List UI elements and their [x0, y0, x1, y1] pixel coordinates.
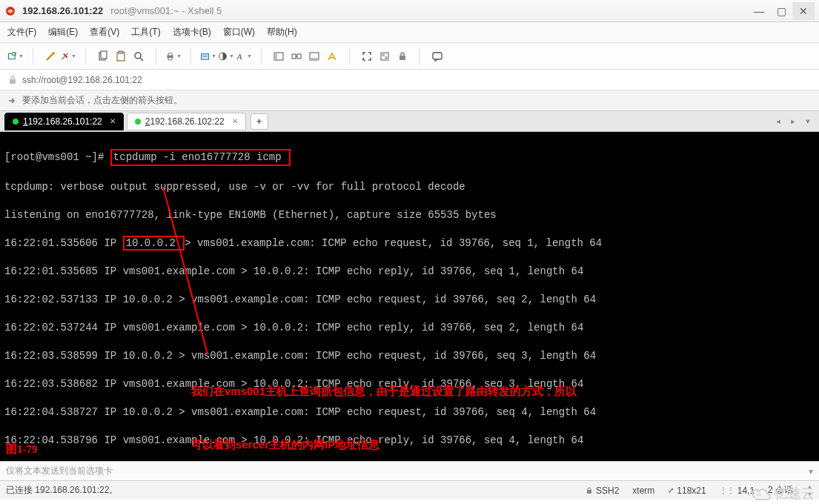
menu-help[interactable]: 帮助(H)	[267, 26, 297, 39]
reconnect-button[interactable]	[42, 48, 59, 64]
tab-1-number: 1	[23, 116, 28, 127]
svg-rect-18	[297, 54, 301, 59]
menu-file[interactable]: 文件(F)	[7, 26, 36, 39]
menu-window[interactable]: 窗口(W)	[223, 26, 255, 39]
svg-text:A: A	[236, 53, 242, 61]
tab-2-label: 192.168.26.102:22	[150, 116, 224, 127]
addressbar[interactable]: ssh://root@192.168.26.101:22	[0, 70, 819, 90]
svg-rect-5	[101, 51, 107, 59]
transparency-button[interactable]	[377, 48, 393, 64]
tab-scroll-right[interactable]: ►	[786, 115, 800, 128]
tab-scroll-left[interactable]: ◄	[772, 115, 785, 128]
session-tabbar: 1 192.168.26.101:22 ✕ 2 192.168.26.102:2…	[0, 111, 819, 132]
help-button[interactable]	[429, 48, 445, 64]
address-text: ssh://root@192.168.26.101:22	[22, 75, 142, 85]
close-button[interactable]: ✕	[792, 2, 815, 20]
svg-rect-6	[117, 53, 125, 61]
tab-2-number: 2	[145, 116, 150, 127]
svg-point-8	[135, 53, 141, 59]
statusbar: 已连接 192.168.26.101:22。 SSH2 xterm ⤢118x2…	[0, 480, 819, 500]
print-button[interactable]: ▼	[165, 48, 182, 64]
svg-rect-22	[381, 53, 385, 56]
tab-1-label: 192.168.26.101:22	[28, 116, 102, 127]
app-icon	[4, 5, 16, 17]
fullscreen-button[interactable]	[359, 48, 375, 64]
svg-line-27	[163, 187, 208, 354]
sendbar-text: 仅将文本发送到当前选项卡	[6, 465, 113, 477]
toolbar: ▼ ▼ ▼ ▼ ▼ A▼	[0, 43, 819, 70]
compose-button[interactable]	[306, 48, 322, 64]
font-button[interactable]: A▼	[236, 48, 252, 64]
tab-close-icon[interactable]: ✕	[110, 117, 116, 125]
sessions-panel-button[interactable]	[271, 48, 287, 64]
session-tab-1[interactable]: 1 192.168.26.101:22 ✕	[4, 113, 124, 130]
lock-small-icon	[586, 487, 593, 494]
window-subtitle: root@vms001:~ - Xshell 5	[110, 5, 222, 16]
compose-sendbar[interactable]: 仅将文本发送到当前选项卡 ▾	[0, 461, 819, 480]
annotation-line-1: 我们在vms001主机上查询抓包信息，由于是通过设置了路由转发的方式，所以	[191, 382, 577, 400]
svg-rect-11	[168, 57, 172, 59]
window-title: 192.168.26.101:22	[22, 5, 103, 16]
watermark: ∞ 亿速云	[751, 485, 815, 503]
status-ssh: SSH2	[586, 485, 619, 496]
terminal-area[interactable]: [root@vms001 ~]# tcpdump -i eno16777728 …	[0, 132, 819, 461]
svg-point-3	[52, 52, 55, 55]
session-tab-2[interactable]: 2 192.168.26.102:22 ✕	[127, 113, 246, 130]
tab-close-icon[interactable]: ✕	[232, 117, 238, 125]
hint-text: 要添加当前会话，点击左侧的箭头按钮。	[22, 94, 182, 107]
svg-rect-24	[399, 56, 405, 60]
tunneling-button[interactable]	[288, 48, 305, 64]
status-cursor: ⋮⋮14,1	[720, 485, 755, 496]
svg-rect-16	[274, 53, 277, 60]
arrow-icon[interactable]	[7, 96, 18, 106]
tab-add-button[interactable]: +	[251, 113, 268, 130]
svg-rect-25	[433, 53, 442, 59]
paste-button[interactable]	[113, 48, 129, 64]
window-controls: — ▢ ✕	[748, 2, 815, 20]
menu-view[interactable]: 查看(V)	[90, 26, 119, 39]
figure-label: 图1-79	[6, 442, 38, 457]
highlight-button[interactable]	[324, 48, 340, 64]
status-dot-icon	[135, 119, 141, 125]
svg-rect-26	[10, 79, 16, 84]
svg-rect-17	[292, 54, 296, 59]
annotation-line-2: 可以看到sercer主机的内网IP地址信息	[191, 436, 577, 454]
properties-button[interactable]: ▼	[200, 48, 216, 64]
svg-rect-10	[168, 53, 172, 55]
svg-rect-7	[119, 51, 123, 53]
menu-tools[interactable]: 工具(T)	[131, 26, 160, 39]
status-connection: 已连接 192.168.26.101:22。	[6, 484, 118, 497]
lock-button[interactable]	[394, 48, 411, 64]
svg-text:∞: ∞	[757, 491, 761, 498]
hintbar: 要添加当前会话，点击左侧的箭头按钮。	[0, 90, 819, 111]
color-scheme-button[interactable]: ▼	[218, 48, 234, 64]
status-size: ⤢118x21	[668, 485, 706, 496]
menubar: 文件(F) 编辑(E) 查看(V) 工具(T) 选项卡(B) 窗口(W) 帮助(…	[0, 22, 819, 43]
status-dot-icon	[13, 119, 19, 125]
maximize-button[interactable]: ▢	[770, 2, 792, 20]
svg-rect-20	[310, 58, 319, 60]
disconnect-button[interactable]: ▼	[60, 48, 76, 64]
status-term-type: xterm	[632, 485, 654, 496]
watermark-text: 亿速云	[775, 485, 815, 503]
annotation-text: 我们在vms001主机上查询抓包信息，由于是通过设置了路由转发的方式，所以 可以…	[191, 347, 577, 461]
tab-dropdown[interactable]: ▼	[801, 115, 815, 128]
menu-tabs[interactable]: 选项卡(B)	[173, 26, 211, 39]
lock-icon	[7, 75, 18, 85]
menu-edit[interactable]: 编辑(E)	[48, 26, 78, 39]
find-button[interactable]	[130, 48, 147, 64]
copy-button[interactable]	[95, 48, 111, 64]
sendbar-dropdown-icon[interactable]: ▾	[809, 466, 813, 477]
new-session-button[interactable]: ▼	[7, 48, 24, 64]
window-titlebar: 192.168.26.101:22 root@vms001:~ - Xshell…	[0, 0, 819, 22]
svg-rect-23	[385, 56, 388, 60]
svg-rect-28	[587, 490, 591, 494]
minimize-button[interactable]: —	[748, 2, 770, 20]
